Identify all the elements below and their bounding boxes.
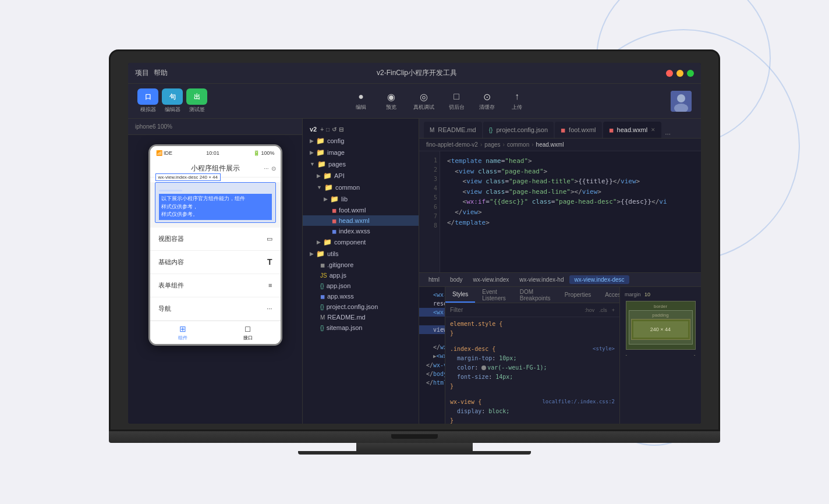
tree-item-common[interactable]: ▼ 📁 common [303, 182, 419, 193]
tree-item-api[interactable]: ▶ 📁 API [303, 170, 419, 182]
device-debug-action[interactable]: ◎ 真机调试 [413, 91, 434, 111]
tab-styles[interactable]: Styles [445, 287, 475, 303]
tab-foot-wxml[interactable]: ◼ foot.wxml [555, 122, 601, 138]
preview-action[interactable]: ◉ 预览 [383, 91, 399, 111]
bottom-dash-2: - [694, 352, 696, 357]
editor-button[interactable]: 句 编辑器 [162, 88, 183, 113]
phone-bottom-tabs: ⊞ 组件 □ 接口 [150, 321, 281, 344]
tab-properties[interactable]: Properties [558, 287, 598, 303]
title-bar: 项目 帮助 v2-FinClip小程序开发工具 [128, 63, 701, 84]
tree-item-index-wxss[interactable]: ◼ index.wxss [303, 226, 419, 236]
selector-wx-view-index-desc[interactable]: wx-view.index-desc [569, 275, 629, 284]
tab-dom-breakpoints[interactable]: DOM Breakpoints [513, 287, 558, 303]
box-model-border: padding 240 × 44 [629, 310, 693, 345]
background-action[interactable]: □ 切后台 [448, 91, 465, 111]
tree-item-component[interactable]: ▶ 📁 component [303, 236, 419, 248]
laptop-bezel: 项目 帮助 v2-FinClip小程序开发工具 口 [109, 49, 720, 431]
box-model-content: 240 × 44 [633, 321, 688, 338]
phone-tab-components[interactable]: ⊞ 组件 [150, 321, 215, 344]
selector-wx-view-index-hd[interactable]: wx-view.index-hd [515, 275, 568, 284]
tab-event-listeners[interactable]: Event Listeners [475, 287, 513, 303]
tree-item-image[interactable]: ▶ 📁 image [303, 147, 419, 158]
editor-label: 编辑器 [165, 106, 180, 113]
folder-name: lib [341, 196, 348, 203]
tree-item-utils[interactable]: ▶ 📁 utils [303, 248, 419, 260]
phone-menu-item-3[interactable]: 表单组件 ≡ [150, 274, 281, 297]
highlight-label: wx-view.index-desc 240 × 44 [155, 173, 221, 181]
new-folder-icon[interactable]: □ [326, 126, 330, 133]
file-name: index.wxss [339, 228, 370, 235]
tree-item-app-wxss[interactable]: ◼ app.wxss [303, 291, 419, 301]
tab-wxml-icon: ◼ [561, 127, 565, 133]
folder-name: config [327, 137, 344, 144]
menu-item-label-2: 基础内容 [158, 258, 184, 267]
tab-readme[interactable]: M README.md [424, 122, 482, 138]
add-badge[interactable]: + [612, 307, 615, 313]
root-name: v2 [310, 126, 317, 133]
minimize-button[interactable] [676, 70, 683, 77]
margin-value: 10 [644, 292, 650, 297]
more-tabs-icon[interactable]: ··· [665, 130, 671, 138]
menu-item-project[interactable]: 项目 [135, 68, 149, 78]
cls-badge[interactable]: .cls [599, 307, 607, 313]
user-avatar[interactable] [671, 91, 692, 112]
maximize-button[interactable] [687, 70, 694, 77]
tab-close-icon[interactable]: ✕ [651, 127, 656, 133]
tab-head-wxml[interactable]: ◼ head.wxml ✕ [603, 122, 662, 138]
wxss-icon: ◼ [320, 293, 325, 300]
tab-foot-wxml-label: foot.wxml [569, 126, 596, 133]
phone-menu-item-4[interactable]: 导航 ··· [150, 297, 281, 321]
tree-item-config[interactable]: ▶ 📁 config [303, 135, 419, 147]
selector-wx-view-index[interactable]: wx-view.index [469, 275, 514, 284]
menu-item-help[interactable]: 帮助 [154, 68, 168, 78]
clear-cache-label: 清缓存 [479, 104, 495, 111]
folder-name: common [335, 184, 360, 191]
tree-item-sitemap[interactable]: {} sitemap.json [303, 322, 419, 333]
main-content: iphone6 100% 📶 IDE 10:01 🔋 100% [128, 119, 701, 424]
home-icon[interactable]: ⊙ [271, 165, 276, 172]
simulator-button[interactable]: 口 模拟器 [137, 88, 158, 113]
more-icon[interactable]: ··· [264, 165, 268, 172]
code-editor[interactable]: 12345678 <template name="head"> <view cl… [419, 151, 701, 272]
close-button[interactable] [666, 70, 673, 77]
edit-action[interactable]: ● 编辑 [353, 91, 369, 111]
tree-item-app-js[interactable]: JS app.js [303, 270, 419, 281]
hover-badge[interactable]: :hov [584, 307, 594, 313]
phone-menu-item-1[interactable]: 视图容器 ▭ [150, 228, 281, 251]
selector-body[interactable]: body [445, 275, 467, 284]
code-content[interactable]: <template name="head"> <view class="page… [440, 151, 701, 272]
phone-tab-interface[interactable]: □ 接口 [215, 321, 281, 344]
upload-action[interactable]: ↑ 上传 [509, 91, 525, 111]
tree-item-head-wxml[interactable]: ◼ head.wxml [303, 215, 419, 226]
test-button[interactable]: 出 测试签 [186, 88, 207, 113]
laptop-feet [298, 451, 531, 455]
tree-item-readme[interactable]: M README.md [303, 312, 419, 322]
bottom-code-content[interactable]: <wx-image class="index-logo" src="../res… [419, 287, 445, 424]
file-name: sitemap.json [327, 324, 363, 331]
chevron-down-icon: ▼ [317, 184, 322, 190]
collapse-icon[interactable]: ⊟ [339, 126, 343, 133]
clear-cache-action[interactable]: ⊙ 清缓存 [479, 91, 495, 111]
json-icon: {} [320, 283, 324, 289]
tree-item-lib[interactable]: ▶ 📁 lib [303, 193, 419, 205]
selector-html[interactable]: html [424, 275, 444, 284]
tab-project-config[interactable]: {} project.config.json [483, 122, 554, 138]
tree-item-project-config[interactable]: {} project.config.json [303, 301, 419, 312]
tree-item-pages[interactable]: ▼ 📁 pages [303, 158, 419, 170]
tab-accessibility[interactable]: Accessibility [598, 287, 619, 303]
folder-name: utils [327, 250, 339, 257]
tree-item-app-json[interactable]: {} app.json [303, 281, 419, 291]
chevron-right-icon: ▶ [310, 138, 314, 144]
phone-panel: iphone6 100% 📶 IDE 10:01 🔋 100% [128, 119, 303, 424]
new-file-icon[interactable]: + [320, 126, 324, 133]
phone-menu-item-2[interactable]: 基础内容 T [150, 251, 281, 274]
chevron-right-icon: ▶ [317, 173, 321, 179]
components-tab-icon: ⊞ [179, 324, 186, 333]
menu-item-label-4: 导航 [158, 304, 171, 313]
title-bar-menu: 项目 帮助 [135, 68, 168, 78]
tree-item-foot-wxml[interactable]: ◼ foot.wxml [303, 205, 419, 215]
tab-head-wxml-label: head.wxml [617, 126, 648, 133]
styles-filter-input[interactable] [450, 307, 580, 313]
refresh-icon[interactable]: ↺ [332, 126, 336, 133]
tree-item-gitignore[interactable]: ◼ .gitignore [303, 260, 419, 270]
